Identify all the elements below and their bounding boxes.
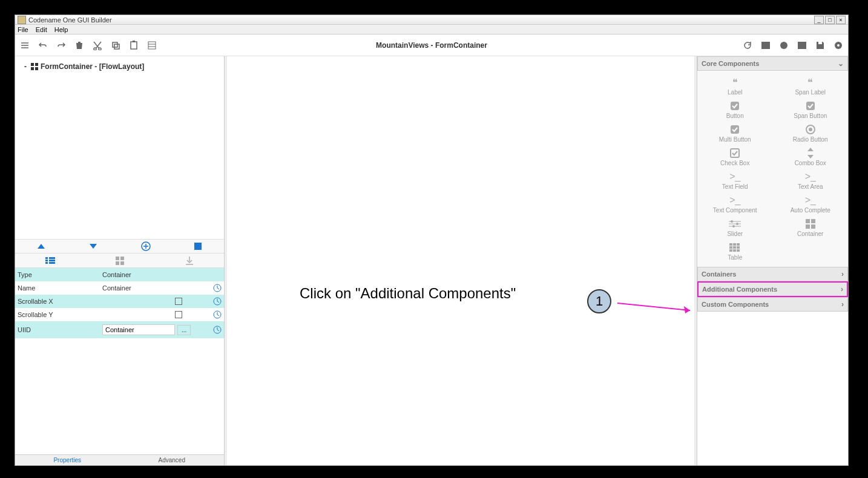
prop-uiid-label: UIID bbox=[18, 326, 102, 333]
component-radio-button[interactable]: Radio Button bbox=[773, 122, 849, 145]
grid-view-tab[interactable] bbox=[85, 254, 154, 267]
custom-components-header[interactable]: Custom Components › bbox=[697, 297, 848, 312]
containers-header[interactable]: Containers › bbox=[697, 267, 848, 281]
download-tab[interactable] bbox=[154, 254, 224, 267]
left-panel: - FormContainer - [FlowLayout] bbox=[15, 56, 225, 465]
component-span-label[interactable]: ❝ Span Label bbox=[773, 74, 849, 98]
window-controls: _ □ × bbox=[814, 16, 846, 24]
svg-rect-52 bbox=[729, 249, 732, 252]
quote-icon: ❝ bbox=[804, 77, 817, 88]
history-icon[interactable] bbox=[213, 326, 222, 334]
maximize-button[interactable]: □ bbox=[825, 16, 835, 24]
move-up-button[interactable] bbox=[15, 240, 67, 253]
svg-rect-21 bbox=[49, 260, 55, 261]
tree-expand-icon[interactable]: - bbox=[22, 62, 28, 71]
svg-point-10 bbox=[837, 44, 840, 47]
svg-rect-38 bbox=[731, 149, 739, 157]
component-span-button[interactable]: Span Button bbox=[773, 98, 849, 122]
list-view-tab[interactable] bbox=[15, 254, 85, 267]
svg-rect-23 bbox=[116, 257, 119, 260]
svg-rect-51 bbox=[737, 246, 740, 249]
svg-point-6 bbox=[780, 42, 787, 49]
component-combo-box[interactable]: Combo Box bbox=[773, 145, 849, 169]
history-icon[interactable] bbox=[213, 284, 222, 292]
svg-rect-0 bbox=[113, 42, 117, 47]
annotation-text: Click on "Additional Components" bbox=[300, 285, 516, 302]
undo-icon[interactable] bbox=[38, 41, 48, 50]
delete-icon[interactable] bbox=[74, 41, 84, 50]
component-check-box[interactable]: Check Box bbox=[697, 145, 773, 169]
redo-icon[interactable] bbox=[56, 41, 66, 50]
history-icon[interactable] bbox=[213, 310, 222, 319]
add-button[interactable] bbox=[120, 240, 172, 253]
component-table[interactable]: Table bbox=[697, 240, 773, 263]
tree-toolbar bbox=[15, 239, 224, 254]
svg-point-39 bbox=[731, 220, 733, 223]
scrolly-checkbox[interactable] bbox=[175, 311, 182, 318]
cut-icon[interactable] bbox=[93, 41, 102, 50]
close-button[interactable]: × bbox=[836, 16, 846, 24]
containers-label: Containers bbox=[702, 270, 736, 278]
svg-rect-17 bbox=[45, 257, 48, 259]
prop-type-value: Container bbox=[102, 271, 222, 278]
svg-rect-22 bbox=[49, 262, 55, 264]
additional-components-header[interactable]: Additional Components › bbox=[697, 281, 848, 297]
prop-name-label: Name bbox=[18, 284, 102, 292]
uiid-input[interactable] bbox=[102, 324, 175, 335]
custom-components-label: Custom Components bbox=[702, 301, 769, 308]
tab-properties[interactable]: Properties bbox=[15, 455, 120, 465]
component-multi-button[interactable]: Multi Button bbox=[697, 122, 773, 145]
table-icon bbox=[728, 242, 741, 253]
minimize-button[interactable]: _ bbox=[814, 16, 824, 24]
annotation-arrow-icon bbox=[614, 297, 699, 315]
quote-icon: ❝ bbox=[728, 77, 741, 88]
photo-icon[interactable] bbox=[761, 41, 771, 50]
updown-icon bbox=[804, 148, 817, 159]
component-slider[interactable]: Slider bbox=[697, 216, 773, 240]
tab-advanced[interactable]: Advanced bbox=[120, 455, 225, 465]
scrollx-checkbox[interactable] bbox=[175, 298, 182, 305]
component-text-field[interactable]: >_ Text Field bbox=[697, 169, 773, 192]
component-auto-complete[interactable]: >_ Auto Complete bbox=[773, 192, 849, 216]
target-button[interactable] bbox=[172, 240, 224, 253]
copy-icon[interactable] bbox=[111, 41, 120, 50]
design-canvas[interactable]: Click on "Additional Components" 1 bbox=[225, 56, 697, 465]
history-icon[interactable] bbox=[213, 297, 222, 306]
tree-root-item[interactable]: - FormContainer - [FlowLayout] bbox=[20, 61, 219, 72]
svg-rect-5 bbox=[761, 42, 770, 49]
svg-rect-3 bbox=[133, 41, 135, 42]
paste-icon[interactable] bbox=[129, 41, 139, 50]
toolbar: MountainViews - FormContainer bbox=[15, 34, 848, 56]
move-down-button[interactable] bbox=[67, 240, 119, 253]
svg-rect-7 bbox=[798, 42, 806, 49]
image-icon[interactable] bbox=[797, 41, 807, 50]
component-container[interactable]: Container bbox=[773, 216, 849, 240]
menu-file[interactable]: File bbox=[18, 26, 28, 33]
svg-rect-35 bbox=[731, 125, 739, 134]
check-icon bbox=[728, 148, 741, 159]
uiid-more-button[interactable]: ... bbox=[177, 325, 191, 335]
component-tree: - FormContainer - [FlowLayout] bbox=[15, 56, 224, 239]
svg-rect-12 bbox=[35, 63, 38, 66]
svg-rect-2 bbox=[131, 42, 137, 49]
component-button[interactable]: Button bbox=[697, 98, 773, 122]
menu-help[interactable]: Help bbox=[54, 26, 68, 33]
svg-rect-42 bbox=[806, 219, 810, 223]
list-icon[interactable] bbox=[147, 41, 157, 50]
menu-edit[interactable]: Edit bbox=[36, 26, 47, 33]
circle-icon[interactable] bbox=[779, 41, 789, 50]
prop-row-scrolly: Scrollable Y bbox=[15, 308, 224, 321]
save-icon[interactable] bbox=[815, 41, 825, 50]
app-icon bbox=[18, 16, 26, 24]
prompt-icon: >_ bbox=[804, 171, 817, 182]
component-label[interactable]: ❝ Label bbox=[697, 74, 773, 98]
menu-icon[interactable] bbox=[20, 41, 30, 50]
component-text-area[interactable]: >_ Text Area bbox=[773, 169, 849, 192]
component-text-component[interactable]: >_ Text Component bbox=[697, 192, 773, 216]
refresh-icon[interactable] bbox=[743, 41, 752, 50]
svg-rect-33 bbox=[731, 102, 739, 110]
settings-icon[interactable] bbox=[833, 41, 843, 50]
core-components-header[interactable]: Core Components ⌄ bbox=[697, 56, 848, 71]
prop-name-value[interactable]: Container bbox=[102, 284, 131, 292]
svg-rect-16 bbox=[194, 243, 202, 250]
